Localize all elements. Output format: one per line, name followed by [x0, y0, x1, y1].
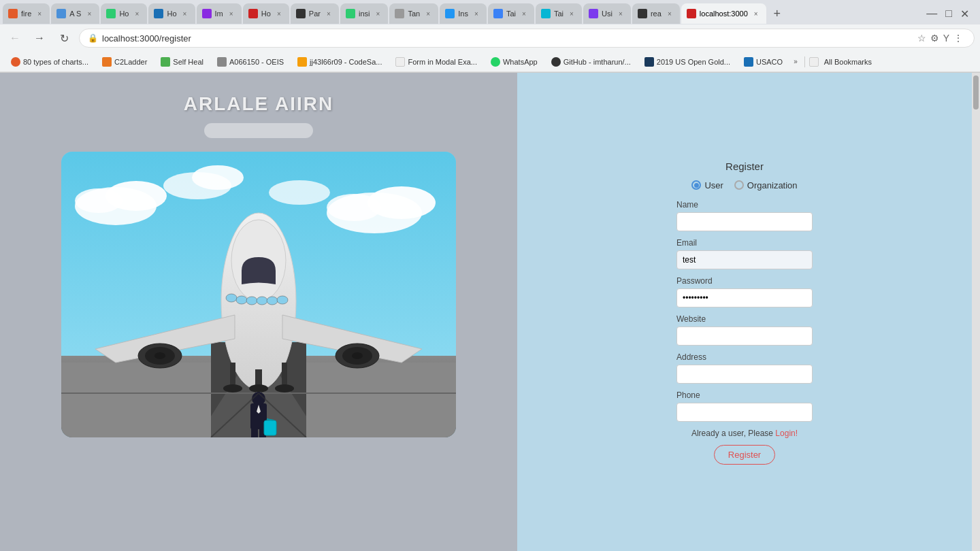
- radio-user-circle[interactable]: [691, 180, 701, 190]
- phone-label: Phone: [676, 390, 813, 400]
- radio-org-option[interactable]: Organization: [734, 180, 798, 190]
- bookmark-label-codesandbox: jj43l66r09 - CodeSa...: [310, 58, 382, 66]
- password-input[interactable]: [676, 288, 813, 307]
- bookmark-icon-oeis: [217, 57, 227, 67]
- tab-icon-ho1: [106, 9, 116, 18]
- bookmark-icon-usopen: [644, 57, 654, 67]
- profile-icon[interactable]: Y: [943, 33, 949, 44]
- tab-label-par: Par: [309, 10, 321, 18]
- bookmark-icon-github: [551, 57, 561, 67]
- tab-tan[interactable]: Tan ×: [389, 3, 438, 24]
- form-title: Register: [676, 161, 813, 172]
- tab-icon-ins: [445, 9, 455, 18]
- tab-icon-ho2: [154, 9, 163, 18]
- bookmark-icon-selfheal: [161, 57, 170, 67]
- name-input[interactable]: [676, 212, 813, 231]
- extension-icon[interactable]: ⚙: [930, 33, 939, 44]
- forward-button[interactable]: →: [30, 29, 49, 48]
- airline-title: ARLALE AIIRN: [184, 93, 334, 115]
- bookmark-github[interactable]: GitHub - imtharun/...: [546, 56, 636, 68]
- bookmark-charts[interactable]: 80 types of charts...: [5, 56, 94, 68]
- tab-close-tai1[interactable]: ×: [519, 9, 529, 18]
- bookmark-codesandbox[interactable]: jj43l66r09 - CodeSa...: [292, 56, 387, 68]
- tab-ins[interactable]: Ins ×: [440, 3, 487, 24]
- radio-org-circle[interactable]: [734, 180, 744, 190]
- address-label: Address: [676, 352, 813, 362]
- email-input[interactable]: [676, 250, 813, 269]
- tab-close-insi[interactable]: ×: [373, 9, 382, 18]
- bookmark-label-oeis: A066150 - OEIS: [229, 58, 284, 66]
- svg-point-22: [246, 297, 257, 305]
- tab-usi[interactable]: Usi ×: [583, 3, 631, 24]
- tab-as[interactable]: A S ×: [51, 3, 99, 24]
- tab-close-fire[interactable]: ×: [35, 9, 44, 18]
- bookmark-usaco[interactable]: USACO: [738, 56, 788, 68]
- bookmark-icon-charts: [11, 57, 20, 67]
- bookmark-label-usopen: 2019 US Open Gold...: [657, 58, 730, 66]
- right-panel: Register User Organization Name Email Pa…: [517, 73, 972, 551]
- svg-point-35: [275, 384, 294, 393]
- email-label: Email: [676, 238, 813, 248]
- radio-user-option[interactable]: User: [691, 180, 723, 190]
- tab-im[interactable]: Im ×: [197, 3, 242, 24]
- tab-rea[interactable]: rea ×: [632, 3, 680, 24]
- tab-icon-fire: [8, 9, 18, 18]
- tab-close-current[interactable]: ×: [751, 9, 761, 18]
- address-bar[interactable]: 🔒 localhost:3000/register ☆ ⚙ Y ⋮: [79, 29, 975, 48]
- reload-button[interactable]: ↻: [54, 29, 74, 48]
- tab-par[interactable]: Par ×: [291, 3, 339, 24]
- bookmark-oeis[interactable]: A066150 - OEIS: [212, 56, 289, 68]
- tab-tai2[interactable]: Tai ×: [536, 3, 582, 24]
- bookmark-form-modal[interactable]: Form in Modal Exa...: [390, 56, 482, 68]
- bookmarks-bar: 80 types of charts... C2Ladder Self Heal…: [0, 52, 980, 72]
- phone-input[interactable]: [676, 403, 813, 422]
- new-tab-button[interactable]: +: [768, 4, 787, 23]
- tab-fire[interactable]: fire ×: [3, 3, 50, 24]
- bookmark-selfheal[interactable]: Self Heal: [155, 56, 209, 68]
- bookmark-label-selfheal: Self Heal: [173, 58, 203, 66]
- tab-label-ins: Ins: [458, 10, 468, 18]
- tab-close-rea[interactable]: ×: [665, 9, 674, 18]
- bookmark-label-c2ladder: C2Ladder: [114, 58, 147, 66]
- address-input[interactable]: [676, 365, 813, 384]
- tab-icon-usi: [589, 9, 598, 18]
- tab-insi[interactable]: insi ×: [340, 3, 389, 24]
- tab-close-ho3[interactable]: ×: [274, 9, 284, 18]
- bookmarks-more-button[interactable]: »: [791, 56, 800, 67]
- tab-ho2[interactable]: Ho ×: [148, 3, 195, 24]
- login-link[interactable]: Login!: [775, 429, 798, 438]
- tab-current[interactable]: localhost:3000 ×: [681, 3, 766, 24]
- back-button[interactable]: ←: [5, 29, 24, 48]
- tab-close-par[interactable]: ×: [324, 9, 333, 18]
- tab-close-tan[interactable]: ×: [423, 9, 433, 18]
- svg-rect-16: [61, 363, 211, 437]
- password-label: Password: [676, 276, 813, 286]
- minimize-button[interactable]: —: [924, 6, 940, 21]
- close-button[interactable]: ✕: [958, 6, 972, 22]
- tab-close-ho2[interactable]: ×: [180, 9, 190, 18]
- tab-close-tai2[interactable]: ×: [567, 9, 576, 18]
- bookmark-c2ladder[interactable]: C2Ladder: [97, 56, 152, 68]
- tab-close-im[interactable]: ×: [227, 9, 236, 18]
- tab-close-as[interactable]: ×: [84, 9, 94, 18]
- name-label: Name: [676, 200, 813, 210]
- tab-close-ins[interactable]: ×: [472, 9, 481, 18]
- tab-ho3[interactable]: Ho ×: [243, 3, 289, 24]
- scrollbar[interactable]: [972, 73, 980, 551]
- tab-label-current: localhost:3000: [700, 10, 748, 18]
- register-button[interactable]: Register: [714, 445, 775, 465]
- tab-close-ho1[interactable]: ×: [132, 9, 142, 18]
- bookmark-star-icon[interactable]: ☆: [917, 33, 926, 44]
- bookmark-whatsapp[interactable]: WhatsApp: [485, 56, 543, 68]
- all-bookmarks-label[interactable]: All Bookmarks: [824, 58, 872, 66]
- scrollbar-thumb[interactable]: [973, 76, 979, 110]
- bookmark-label-form-modal: Form in Modal Exa...: [408, 58, 476, 66]
- tab-tai1[interactable]: Tai ×: [488, 3, 534, 24]
- tab-ho1[interactable]: Ho ×: [101, 3, 147, 24]
- tab-close-usi[interactable]: ×: [616, 9, 625, 18]
- menu-icon[interactable]: ⋮: [953, 33, 963, 44]
- login-prompt: Already a user, Please Login!: [676, 429, 813, 438]
- maximize-button[interactable]: □: [943, 6, 955, 21]
- website-input[interactable]: [676, 327, 813, 346]
- bookmark-usopen[interactable]: 2019 US Open Gold...: [639, 56, 736, 68]
